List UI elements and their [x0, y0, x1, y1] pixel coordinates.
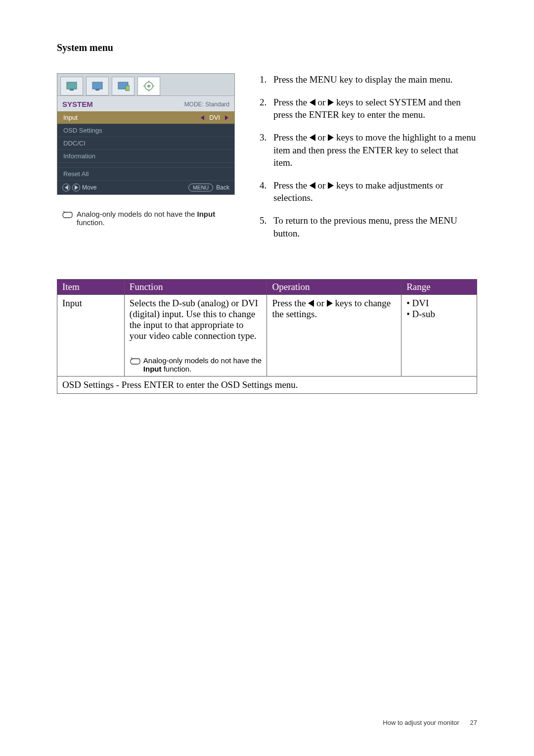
osd-mode-label: MODE: Standard — [184, 101, 229, 108]
instruction-4: Press the or keys to make adjustments or… — [260, 179, 477, 204]
th-operation: Operation — [267, 280, 401, 295]
cell-function-note: Analog-only models do not have the Input… — [143, 356, 262, 373]
page-footer: How to adjust your monitor 27 — [383, 719, 477, 726]
svg-rect-2 — [92, 82, 102, 89]
right-arrow-icon — [328, 99, 334, 106]
cell-operation: Press the or keys to change the settings… — [267, 295, 401, 377]
left-arrow-icon — [310, 134, 315, 141]
range-dsub: D-sub — [406, 309, 472, 320]
osd-row-input-label: Input — [63, 114, 78, 121]
osd-row-information: Information — [57, 150, 234, 163]
osd-screenshot: SYSTEM MODE: Standard Input DVI OSD Sett… — [57, 73, 235, 195]
osd-row-osd-settings: OSD Settings — [57, 124, 234, 137]
instruction-3: Press the or keys to move the highlight … — [260, 131, 477, 169]
cell-osd-settings: OSD Settings - Press ENTER to enter the … — [57, 377, 477, 394]
right-arrow-icon — [327, 300, 333, 307]
svg-rect-5 — [126, 86, 130, 91]
instruction-list: Press the MENU key to display the main m… — [260, 73, 477, 239]
th-range: Range — [401, 280, 477, 295]
right-arrow-icon — [225, 115, 228, 120]
spec-table: Item Function Operation Range Input Sele… — [57, 279, 477, 394]
note-hand-icon — [62, 211, 73, 219]
osd-tab-system-icon — [137, 77, 160, 95]
table-row-input: Input Selects the D-sub (analog) or DVI … — [57, 295, 477, 377]
svg-rect-0 — [67, 82, 77, 89]
osd-footer-back: Back — [216, 184, 229, 191]
th-function: Function — [124, 280, 267, 295]
left-arrow-icon — [310, 99, 315, 106]
right-arrow-icon — [328, 182, 334, 189]
range-dvi: DVI — [406, 298, 472, 309]
osd-row-input: Input DVI — [57, 111, 234, 124]
footer-text: How to adjust your monitor — [383, 719, 459, 726]
left-arrow-icon — [308, 300, 314, 307]
osd-tab-picture-icon — [86, 77, 109, 95]
cell-item: Input — [57, 295, 125, 377]
cell-range: DVI D-sub — [401, 295, 477, 377]
cell-function: Selects the D-sub (analog) or DVI (digit… — [124, 295, 267, 377]
osd-footer-menu: MENU — [188, 184, 213, 191]
svg-rect-1 — [70, 89, 74, 91]
note-hand-icon — [130, 357, 140, 365]
osd-footer-move: Move — [82, 184, 96, 191]
osd-tab-display-icon — [60, 77, 83, 95]
osd-tab-picture-advanced-icon — [112, 77, 134, 95]
left-arrow-icon — [201, 115, 204, 120]
table-row-osd-settings: OSD Settings - Press ENTER to enter the … — [57, 377, 477, 394]
osd-tab-bar — [57, 74, 234, 95]
osd-row-input-value: DVI — [209, 114, 220, 121]
analog-note-text: Analog-only models do not have the Input… — [77, 210, 240, 227]
left-arrow-icon — [310, 182, 315, 189]
left-key-icon — [62, 184, 70, 191]
right-key-icon — [72, 184, 80, 191]
osd-row-reset-all: Reset All — [57, 168, 234, 181]
analog-note: Analog-only models do not have the Input… — [57, 210, 240, 227]
th-item: Item — [57, 280, 125, 295]
right-arrow-icon — [328, 134, 334, 141]
instruction-1: Press the MENU key to display the main m… — [260, 73, 477, 86]
instruction-5: To return to the previous menu, press th… — [260, 214, 477, 239]
instruction-2: Press the or keys to select SYSTEM and t… — [260, 96, 477, 121]
footer-page-number: 27 — [470, 719, 477, 726]
osd-header-title: SYSTEM — [62, 100, 93, 108]
svg-point-7 — [147, 85, 150, 88]
section-title: System menu — [57, 42, 477, 53]
osd-row-ddcci: DDC/CI — [57, 137, 234, 150]
svg-rect-3 — [95, 89, 99, 91]
